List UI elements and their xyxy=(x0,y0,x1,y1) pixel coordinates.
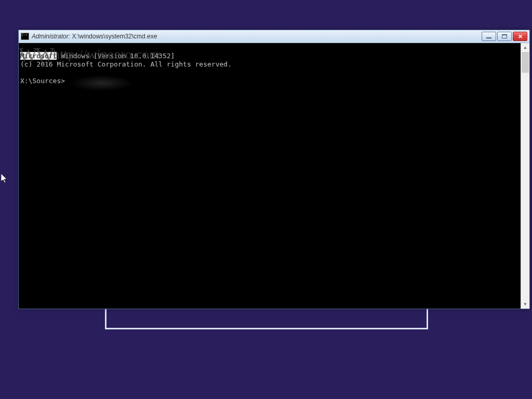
blur-artifact xyxy=(71,75,133,91)
console-area: Microsoft Windows [Version 10.0.14352] (… xyxy=(19,43,529,309)
admin-prefix: Administrator: xyxy=(32,33,70,40)
console-selection[interactable]: Microsoft xyxy=(20,52,57,60)
vertical-scrollbar[interactable]: ▲ ▼ xyxy=(521,43,529,309)
console-output[interactable]: Microsoft Windows [Version 10.0.14352] (… xyxy=(19,43,521,309)
window-controls: ✕ xyxy=(482,32,527,41)
title-path: X:\windows\system32\cmd.exe xyxy=(72,33,157,40)
command-prompt-window: Administrator: X:\windows\system32\cmd.e… xyxy=(18,30,530,309)
scroll-thumb[interactable] xyxy=(522,52,529,73)
prompt-line[interactable]: X:\Sources> xyxy=(20,77,65,85)
scroll-down-arrow[interactable]: ▼ xyxy=(521,300,529,309)
close-icon: ✕ xyxy=(518,34,523,39)
maximize-icon xyxy=(502,34,507,38)
chevron-down-icon: ▼ xyxy=(523,302,527,307)
close-button[interactable]: ✕ xyxy=(513,32,527,41)
cmd-icon xyxy=(21,33,29,40)
version-line-rest: Windows [Version 10.0.14352] xyxy=(57,52,175,60)
scroll-track[interactable] xyxy=(521,52,529,300)
minimize-icon xyxy=(486,37,491,38)
copyright-line: (c) 2016 Microsoft Corporation. All righ… xyxy=(20,60,232,68)
maximize-button[interactable] xyxy=(497,32,512,41)
window-titlebar[interactable]: Administrator: X:\windows\system32\cmd.e… xyxy=(19,30,529,43)
window-title: Administrator: X:\windows\system32\cmd.e… xyxy=(32,33,482,40)
minimize-button[interactable] xyxy=(482,32,496,41)
scroll-up-arrow[interactable]: ▲ xyxy=(521,43,529,52)
chevron-up-icon: ▲ xyxy=(523,45,527,50)
mouse-cursor xyxy=(1,174,8,184)
